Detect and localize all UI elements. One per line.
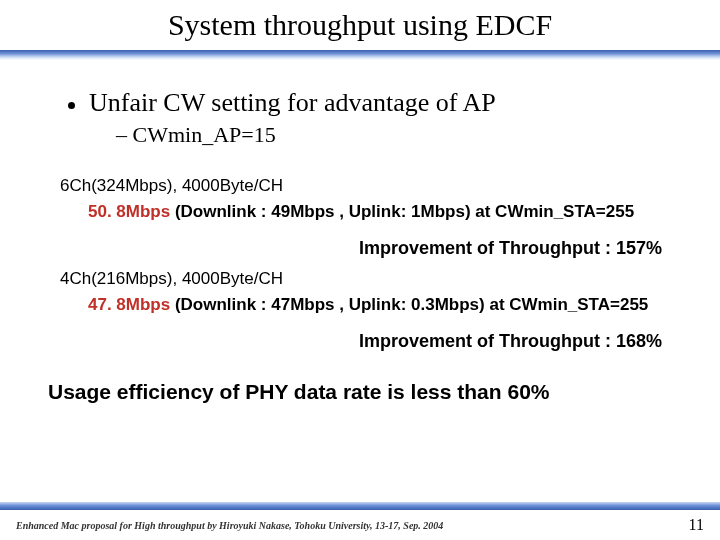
case1-improvement: Improvement of Throughput : 157% bbox=[40, 238, 680, 259]
case2-improvement: Improvement of Throughput : 168% bbox=[40, 331, 680, 352]
summary-line: Usage efficiency of PHY data rate is les… bbox=[48, 380, 680, 404]
case1-rest: (Downlink : 49Mbps , Uplink: 1Mbps) at C… bbox=[175, 202, 634, 221]
slide: System throughput using EDCF Unfair CW s… bbox=[0, 0, 720, 540]
footer-credit: Enhanced Mac proposal for High throughpu… bbox=[16, 520, 443, 531]
case1-total: 50. 8Mbps bbox=[88, 202, 175, 221]
bullet1-text: Unfair CW setting for advantage of AP bbox=[89, 88, 496, 118]
page-number: 11 bbox=[689, 516, 704, 534]
case2-config: 4Ch(216Mbps), 4000Byte/CH bbox=[60, 269, 680, 289]
title-divider bbox=[0, 50, 720, 60]
slide-body: Unfair CW setting for advantage of AP – … bbox=[0, 60, 720, 404]
footer-divider bbox=[0, 502, 720, 510]
case1-config: 6Ch(324Mbps), 4000Byte/CH bbox=[60, 176, 680, 196]
slide-title: System throughput using EDCF bbox=[0, 0, 720, 48]
case2-total: 47. 8Mbps bbox=[88, 295, 175, 314]
case1-result: 50. 8Mbps (Downlink : 49Mbps , Uplink: 1… bbox=[88, 202, 680, 222]
bullet-level2: – CWmin_AP=15 bbox=[116, 122, 680, 148]
case2-rest: (Downlink : 47Mbps , Uplink: 0.3Mbps) at… bbox=[175, 295, 648, 314]
footer: Enhanced Mac proposal for High throughpu… bbox=[0, 510, 720, 540]
bullet-dot-icon bbox=[68, 102, 75, 109]
bullet-level1: Unfair CW setting for advantage of AP bbox=[68, 88, 680, 118]
case2-result: 47. 8Mbps (Downlink : 47Mbps , Uplink: 0… bbox=[88, 295, 680, 315]
